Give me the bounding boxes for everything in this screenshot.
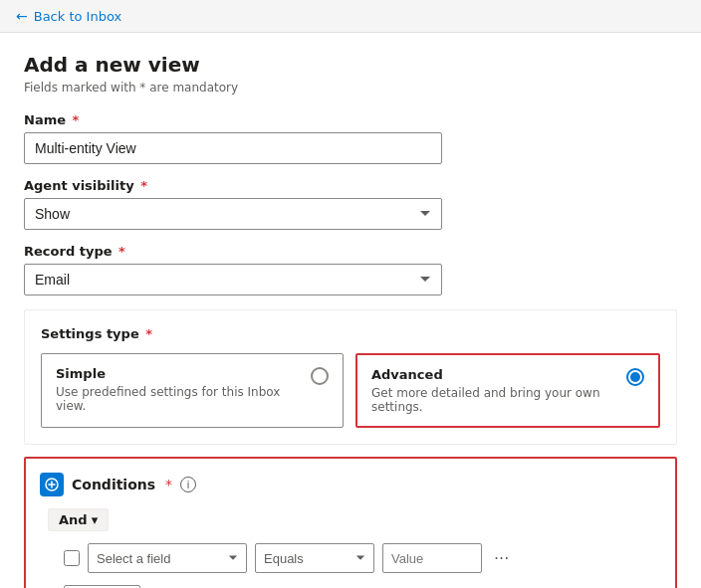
and-chevron-icon: ▾: [92, 512, 99, 527]
simple-option-text: Simple Use predefined settings for this …: [56, 366, 301, 413]
advanced-option-text: Advanced Get more detailed and bring you…: [371, 367, 616, 414]
mandatory-note: Fields marked with * are mandatory: [24, 81, 677, 95]
back-link[interactable]: ← Back to Inbox: [16, 8, 685, 24]
info-icon[interactable]: i: [180, 477, 196, 492]
conditions-header: Conditions * i: [40, 473, 661, 496]
condition-row: Select a field Equals ···: [48, 543, 661, 573]
conditions-title: Conditions: [72, 477, 155, 492]
value-input[interactable]: [382, 543, 482, 573]
page: ← Back to Inbox Add a new view Fields ma…: [0, 0, 701, 588]
equals-select[interactable]: Equals: [255, 543, 374, 573]
advanced-option-desc: Get more detailed and bring your own set…: [371, 386, 616, 414]
advanced-option[interactable]: Advanced Get more detailed and bring you…: [355, 353, 660, 428]
settings-type-label: Settings type *: [41, 326, 660, 341]
condition-checkbox[interactable]: [64, 550, 80, 566]
record-type-group: Record type * Email: [24, 244, 677, 295]
field-select[interactable]: Select a field: [88, 543, 247, 573]
conditions-required: *: [165, 477, 172, 492]
name-input[interactable]: [24, 132, 442, 164]
and-badge[interactable]: And ▾: [48, 508, 109, 531]
advanced-option-title: Advanced: [371, 367, 616, 382]
conditions-section: Conditions * i And ▾ Select a field Equa…: [24, 457, 677, 588]
name-group: Name *: [24, 112, 677, 164]
agent-visibility-group: Agent visibility * Show: [24, 178, 677, 230]
record-type-label: Record type *: [24, 244, 677, 259]
top-bar: ← Back to Inbox: [0, 0, 701, 33]
conditions-body: And ▾ Select a field Equals ··· + Add: [40, 508, 661, 588]
record-type-select[interactable]: Email: [24, 264, 442, 295]
agent-visibility-required: *: [136, 178, 147, 193]
agent-visibility-select[interactable]: Show: [24, 198, 442, 230]
simple-radio[interactable]: [311, 367, 329, 385]
more-options-button[interactable]: ···: [490, 547, 513, 570]
simple-option[interactable]: Simple Use predefined settings for this …: [41, 353, 344, 428]
advanced-radio[interactable]: [626, 368, 644, 386]
and-label: And: [59, 512, 88, 527]
advanced-radio-inner: [630, 372, 640, 382]
name-required: *: [68, 112, 79, 127]
conditions-icon: [40, 473, 64, 496]
agent-visibility-label: Agent visibility *: [24, 178, 677, 193]
settings-section: Settings type * Simple Use predefined se…: [24, 309, 677, 445]
simple-option-title: Simple: [56, 366, 301, 381]
record-type-required: *: [115, 244, 125, 259]
main-content: Add a new view Fields marked with * are …: [0, 33, 701, 588]
name-label: Name *: [24, 112, 677, 127]
page-title: Add a new view: [24, 53, 677, 77]
back-link-label: Back to Inbox: [34, 9, 121, 24]
back-arrow-icon: ←: [16, 8, 28, 24]
settings-type-required: *: [141, 326, 152, 341]
settings-options: Simple Use predefined settings for this …: [41, 353, 660, 428]
simple-option-desc: Use predefined settings for this Inbox v…: [56, 385, 301, 413]
